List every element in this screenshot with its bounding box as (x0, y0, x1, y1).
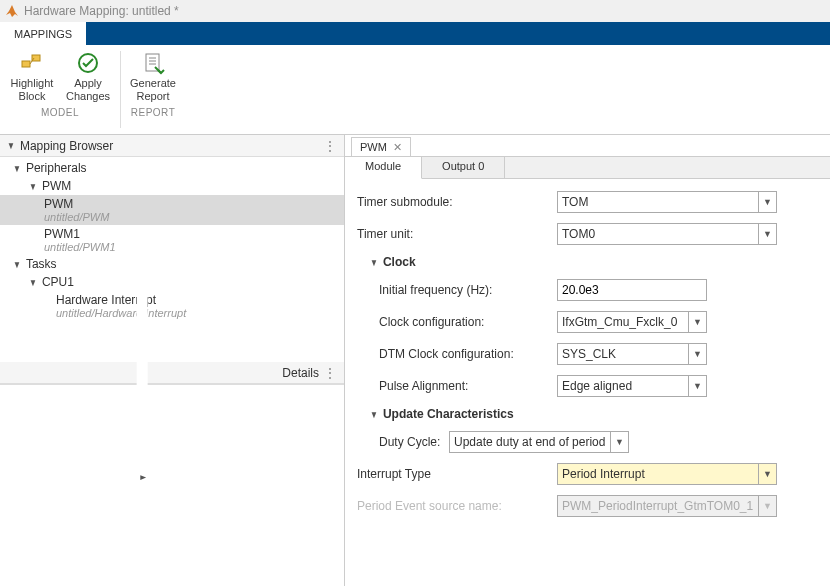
content-panel: PWM ✕ Module Output 0 Timer submodule: T… (345, 135, 830, 586)
close-icon[interactable]: ✕ (393, 141, 402, 154)
highlight-block-label: Highlight Block (11, 77, 54, 103)
highlight-block-button[interactable]: Highlight Block (6, 49, 58, 105)
duty-cycle-label: Duty Cycle: (379, 435, 449, 449)
document-tabs: PWM ✕ (345, 135, 830, 157)
tab-module[interactable]: Module (345, 157, 422, 179)
chevron-down-icon: ▼ (758, 464, 776, 484)
timer-submodule-select[interactable]: TOM▼ (557, 191, 777, 213)
chevron-down-icon: ▼ (688, 312, 706, 332)
timer-unit-label: Timer unit: (357, 227, 557, 241)
mapping-browser-menu-icon[interactable]: ⋮ (323, 138, 338, 154)
chevron-down-icon: ▼ (758, 192, 776, 212)
duty-cycle-select[interactable]: Update duty at end of period▼ (449, 431, 629, 453)
apply-changes-icon (76, 51, 100, 75)
initial-frequency-label: Initial frequency (Hz): (379, 283, 557, 297)
chevron-down-icon: ▼ (688, 344, 706, 364)
chevron-down-icon: ▼ (688, 376, 706, 396)
event-source-label: Period Event source name: (357, 499, 557, 513)
interrupt-type-select[interactable]: Period Interrupt▼ (557, 463, 777, 485)
matlab-logo-icon (4, 3, 20, 19)
window-title: Hardware Mapping: untitled * (24, 4, 179, 18)
dtm-clock-label: DTM Clock configuration: (379, 347, 557, 361)
details-body (0, 384, 344, 586)
module-form: Timer submodule: TOM▼ Timer unit: TOM0▼ … (345, 179, 830, 586)
tree-item-pwm[interactable]: PWMuntitled/PWM (0, 195, 344, 225)
tree-cpu1[interactable]: ▼CPU1 (0, 273, 344, 291)
ribbon: MAPPINGS (0, 22, 830, 45)
interrupt-type-label: Interrupt Type (357, 467, 557, 481)
chevron-down-icon: ▼ (610, 432, 628, 452)
left-panel: ▼ Mapping Browser ⋮ ▼Peripherals ▼PWM PW… (0, 135, 345, 586)
titlebar: Hardware Mapping: untitled * (0, 0, 830, 22)
details-menu-icon[interactable]: ⋮ (323, 365, 338, 381)
dtm-clock-select[interactable]: SYS_CLK▼ (557, 343, 707, 365)
mapping-tree: ▼Peripherals ▼PWM PWMuntitled/PWM PWM1un… (0, 157, 344, 362)
clock-config-select[interactable]: IfxGtm_Cmu_Fxclk_0▼ (557, 311, 707, 333)
tree-peripherals[interactable]: ▼Peripherals (0, 159, 344, 177)
tree-item-pwm1[interactable]: PWM1untitled/PWM1 (0, 225, 344, 255)
collapse-icon[interactable]: ▼ (7, 140, 15, 151)
chevron-down-icon: ▼ (758, 224, 776, 244)
event-source-select: PWM_PeriodInterrupt_GtmTOM0_1▼ (557, 495, 777, 517)
apply-changes-button[interactable]: Apply Changes (62, 49, 114, 105)
toolbar-group-report: Generate Report REPORT (121, 45, 185, 134)
group-label-report: REPORT (131, 107, 176, 118)
collapse-icon[interactable]: ▼ (137, 264, 148, 482)
doc-tab-label: PWM (360, 141, 387, 153)
generate-report-label: Generate Report (130, 77, 176, 103)
toolbar-group-model: Highlight Block Apply Changes MODEL (0, 45, 120, 134)
highlight-block-icon (20, 51, 44, 75)
pulse-alignment-select[interactable]: Edge aligned▼ (557, 375, 707, 397)
mapping-browser-header: ▼ Mapping Browser ⋮ (0, 135, 344, 157)
tree-pwm-group[interactable]: ▼PWM (0, 177, 344, 195)
svg-rect-0 (22, 61, 30, 67)
details-header: ▼ Details ⋮ (0, 362, 344, 384)
tree-tasks[interactable]: ▼Tasks (0, 255, 344, 273)
initial-frequency-input[interactable] (557, 279, 707, 301)
chevron-down-icon: ▼ (758, 496, 776, 516)
mapping-browser-title: Mapping Browser (20, 139, 113, 153)
timer-unit-select[interactable]: TOM0▼ (557, 223, 777, 245)
apply-changes-label: Apply Changes (66, 77, 110, 103)
sub-tabs: Module Output 0 (345, 157, 830, 179)
update-section[interactable]: ▼Update Characteristics (357, 407, 818, 421)
ribbon-tab-mappings[interactable]: MAPPINGS (0, 22, 86, 45)
doc-tab-pwm[interactable]: PWM ✕ (351, 137, 411, 156)
generate-report-button[interactable]: Generate Report (127, 49, 179, 105)
pulse-alignment-label: Pulse Alignment: (379, 379, 557, 393)
group-label-model: MODEL (41, 107, 79, 118)
timer-submodule-label: Timer submodule: (357, 195, 557, 209)
tab-output0[interactable]: Output 0 (422, 157, 505, 178)
clock-section[interactable]: ▼Clock (357, 255, 818, 269)
tree-item-hw-interrupt[interactable]: Hardware Interruptuntitled/Hardware Inte… (0, 291, 344, 321)
clock-config-label: Clock configuration: (379, 315, 557, 329)
generate-report-icon (141, 51, 165, 75)
details-title: Details (282, 366, 319, 380)
toolbar: Highlight Block Apply Changes MODEL Gene… (0, 45, 830, 135)
